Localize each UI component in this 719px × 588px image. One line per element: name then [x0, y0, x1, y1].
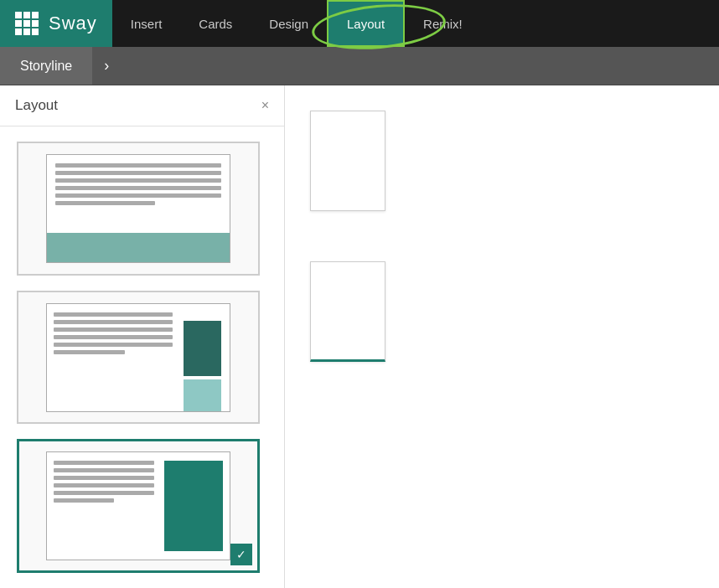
- navbar: Sway Insert Cards Design Layout Remix!: [0, 0, 719, 47]
- preview-2-line-5: [54, 343, 173, 347]
- subbar-chevron-icon[interactable]: ›: [92, 47, 121, 85]
- storyline-tab[interactable]: Storyline: [0, 47, 92, 85]
- preview-3-line-4: [54, 483, 154, 487]
- nav-cards[interactable]: Cards: [180, 0, 251, 47]
- preview-1-line-1: [55, 163, 221, 168]
- nav-remix[interactable]: Remix!: [405, 0, 481, 47]
- preview-2-text: [47, 304, 179, 411]
- preview-1-line-6: [55, 201, 155, 205]
- preview-3-line-6: [54, 498, 114, 503]
- layout-panel: Layout ×: [0, 85, 285, 588]
- grid-icon: [15, 12, 39, 35]
- preview-1-text: [47, 155, 230, 233]
- preview-2-images: [179, 304, 230, 411]
- nav-design[interactable]: Design: [251, 0, 327, 47]
- preview-1-line-5: [55, 193, 221, 198]
- preview-2-line-4: [54, 335, 173, 339]
- nav-layout[interactable]: Layout: [327, 0, 405, 47]
- sway-logo: Sway: [49, 13, 97, 34]
- layout-options: ✓: [0, 126, 284, 588]
- layout-panel-header: Layout ×: [0, 85, 284, 126]
- preview-3-text: [47, 452, 161, 560]
- layout-option-2[interactable]: [17, 291, 260, 425]
- preview-2-img-light: [184, 379, 221, 411]
- layout-option-3[interactable]: ✓: [17, 439, 260, 573]
- preview-3-image-block: [164, 461, 223, 551]
- layout-option-1[interactable]: [17, 142, 260, 276]
- preview-2-line-3: [54, 328, 173, 332]
- layout-panel-close-button[interactable]: ×: [261, 98, 269, 113]
- layout-preview-2: [46, 303, 230, 412]
- subbar: Storyline ›: [0, 47, 719, 85]
- main-area: Layout ×: [0, 85, 719, 588]
- selected-checkmark: ✓: [230, 544, 252, 565]
- preview-2-line-1: [54, 312, 173, 317]
- layout-panel-title: Layout: [15, 97, 58, 114]
- preview-2-line-6: [54, 350, 125, 354]
- preview-1-line-2: [55, 171, 221, 175]
- layout-preview-1: [46, 154, 230, 263]
- preview-2-img-dark: [184, 321, 221, 376]
- nav-insert[interactable]: Insert: [112, 0, 181, 47]
- preview-3-line-3: [54, 476, 154, 480]
- preview-3-line-2: [54, 468, 154, 472]
- layout-preview-3: [46, 451, 230, 560]
- preview-1-image-block: [47, 233, 230, 262]
- storyline-card-1[interactable]: [310, 111, 385, 211]
- storyline-label: Storyline: [20, 59, 72, 74]
- storyline-card-2[interactable]: [310, 261, 385, 362]
- preview-2-line-2: [54, 320, 173, 324]
- logo-area[interactable]: Sway: [0, 0, 112, 47]
- preview-1-line-3: [55, 178, 221, 183]
- storyline-area: [285, 85, 719, 588]
- preview-3-line-1: [54, 461, 154, 465]
- nav-items: Insert Cards Design Layout Remix!: [112, 0, 481, 47]
- preview-1-line-4: [55, 186, 221, 190]
- preview-3-line-5: [54, 491, 154, 495]
